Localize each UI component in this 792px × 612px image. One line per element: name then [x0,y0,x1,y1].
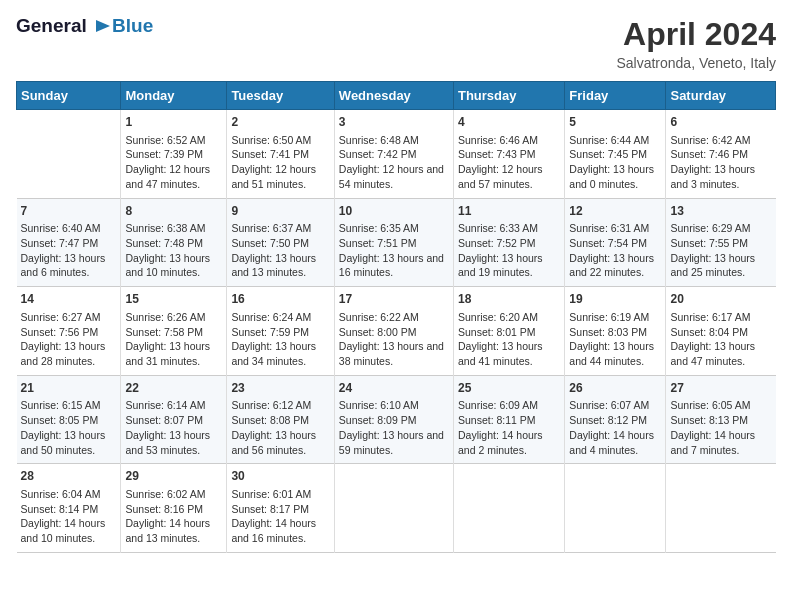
sunset-text: Sunset: 8:12 PM [569,414,647,426]
sunset-text: Sunset: 7:47 PM [21,237,99,249]
header: General Blue April 2024 Salvatronda, Ven… [16,16,776,71]
day-cell: 9Sunrise: 6:37 AMSunset: 7:50 PMDaylight… [227,198,334,287]
day-number: 8 [125,203,222,220]
daylight-text: Daylight: 12 hours and 54 minutes. [339,163,444,190]
day-cell: 12Sunrise: 6:31 AMSunset: 7:54 PMDayligh… [565,198,666,287]
page-container: General Blue April 2024 Salvatronda, Ven… [0,0,792,561]
daylight-text: Daylight: 13 hours and 13 minutes. [231,252,316,279]
daylight-text: Daylight: 13 hours and 34 minutes. [231,340,316,367]
calendar-header-row: SundayMondayTuesdayWednesdayThursdayFrid… [17,82,776,110]
sunset-text: Sunset: 7:45 PM [569,148,647,160]
day-cell [334,464,453,553]
sunrise-text: Sunrise: 6:07 AM [569,399,649,411]
sunset-text: Sunset: 7:48 PM [125,237,203,249]
sunrise-text: Sunrise: 6:01 AM [231,488,311,500]
sunrise-text: Sunrise: 6:20 AM [458,311,538,323]
day-number: 17 [339,291,449,308]
daylight-text: Daylight: 13 hours and 28 minutes. [21,340,106,367]
day-cell: 28Sunrise: 6:04 AMSunset: 8:14 PMDayligh… [17,464,121,553]
day-cell [17,110,121,199]
sunrise-text: Sunrise: 6:02 AM [125,488,205,500]
sunset-text: Sunset: 7:52 PM [458,237,536,249]
sunrise-text: Sunrise: 6:46 AM [458,134,538,146]
daylight-text: Daylight: 13 hours and 10 minutes. [125,252,210,279]
day-cell: 5Sunrise: 6:44 AMSunset: 7:45 PMDaylight… [565,110,666,199]
day-number: 5 [569,114,661,131]
day-cell: 29Sunrise: 6:02 AMSunset: 8:16 PMDayligh… [121,464,227,553]
daylight-text: Daylight: 13 hours and 56 minutes. [231,429,316,456]
sunset-text: Sunset: 7:54 PM [569,237,647,249]
col-header-wednesday: Wednesday [334,82,453,110]
day-cell: 21Sunrise: 6:15 AMSunset: 8:05 PMDayligh… [17,375,121,464]
day-cell: 19Sunrise: 6:19 AMSunset: 8:03 PMDayligh… [565,287,666,376]
day-number: 11 [458,203,560,220]
day-number: 15 [125,291,222,308]
day-cell: 10Sunrise: 6:35 AMSunset: 7:51 PMDayligh… [334,198,453,287]
sunrise-text: Sunrise: 6:05 AM [670,399,750,411]
day-cell: 26Sunrise: 6:07 AMSunset: 8:12 PMDayligh… [565,375,666,464]
sunset-text: Sunset: 8:14 PM [21,503,99,515]
day-cell: 22Sunrise: 6:14 AMSunset: 8:07 PMDayligh… [121,375,227,464]
sunrise-text: Sunrise: 6:37 AM [231,222,311,234]
daylight-text: Daylight: 13 hours and 6 minutes. [21,252,106,279]
sunset-text: Sunset: 8:09 PM [339,414,417,426]
day-number: 2 [231,114,329,131]
day-number: 7 [21,203,117,220]
sunrise-text: Sunrise: 6:50 AM [231,134,311,146]
day-cell [666,464,776,553]
daylight-text: Daylight: 14 hours and 10 minutes. [21,517,106,544]
col-header-monday: Monday [121,82,227,110]
daylight-text: Daylight: 14 hours and 7 minutes. [670,429,755,456]
daylight-text: Daylight: 13 hours and 59 minutes. [339,429,444,456]
day-number: 23 [231,380,329,397]
sunset-text: Sunset: 8:17 PM [231,503,309,515]
sunset-text: Sunset: 8:05 PM [21,414,99,426]
day-cell: 3Sunrise: 6:48 AMSunset: 7:42 PMDaylight… [334,110,453,199]
sunset-text: Sunset: 8:00 PM [339,326,417,338]
week-row-1: 1Sunrise: 6:52 AMSunset: 7:39 PMDaylight… [17,110,776,199]
sunset-text: Sunset: 7:51 PM [339,237,417,249]
sunrise-text: Sunrise: 6:44 AM [569,134,649,146]
daylight-text: Daylight: 13 hours and 44 minutes. [569,340,654,367]
day-number: 12 [569,203,661,220]
day-cell: 25Sunrise: 6:09 AMSunset: 8:11 PMDayligh… [453,375,564,464]
sunrise-text: Sunrise: 6:27 AM [21,311,101,323]
sunrise-text: Sunrise: 6:26 AM [125,311,205,323]
sunset-text: Sunset: 7:42 PM [339,148,417,160]
day-cell: 4Sunrise: 6:46 AMSunset: 7:43 PMDaylight… [453,110,564,199]
sunrise-text: Sunrise: 6:19 AM [569,311,649,323]
day-number: 4 [458,114,560,131]
sunset-text: Sunset: 8:16 PM [125,503,203,515]
logo: General Blue [16,16,153,37]
daylight-text: Daylight: 14 hours and 4 minutes. [569,429,654,456]
sunrise-text: Sunrise: 6:52 AM [125,134,205,146]
col-header-tuesday: Tuesday [227,82,334,110]
day-cell: 6Sunrise: 6:42 AMSunset: 7:46 PMDaylight… [666,110,776,199]
day-cell: 14Sunrise: 6:27 AMSunset: 7:56 PMDayligh… [17,287,121,376]
logo-flag-icon [94,18,112,36]
day-cell [565,464,666,553]
daylight-text: Daylight: 13 hours and 38 minutes. [339,340,444,367]
daylight-text: Daylight: 12 hours and 47 minutes. [125,163,210,190]
main-title: April 2024 [616,16,776,53]
sunrise-text: Sunrise: 6:48 AM [339,134,419,146]
daylight-text: Daylight: 12 hours and 51 minutes. [231,163,316,190]
sunset-text: Sunset: 8:08 PM [231,414,309,426]
day-number: 10 [339,203,449,220]
daylight-text: Daylight: 13 hours and 53 minutes. [125,429,210,456]
daylight-text: Daylight: 14 hours and 13 minutes. [125,517,210,544]
day-cell: 23Sunrise: 6:12 AMSunset: 8:08 PMDayligh… [227,375,334,464]
week-row-2: 7Sunrise: 6:40 AMSunset: 7:47 PMDaylight… [17,198,776,287]
day-number: 20 [670,291,771,308]
sunrise-text: Sunrise: 6:29 AM [670,222,750,234]
day-number: 9 [231,203,329,220]
sunset-text: Sunset: 7:50 PM [231,237,309,249]
day-cell: 15Sunrise: 6:26 AMSunset: 7:58 PMDayligh… [121,287,227,376]
day-number: 25 [458,380,560,397]
daylight-text: Daylight: 14 hours and 16 minutes. [231,517,316,544]
sunrise-text: Sunrise: 6:33 AM [458,222,538,234]
day-cell: 2Sunrise: 6:50 AMSunset: 7:41 PMDaylight… [227,110,334,199]
sunrise-text: Sunrise: 6:40 AM [21,222,101,234]
week-row-5: 28Sunrise: 6:04 AMSunset: 8:14 PMDayligh… [17,464,776,553]
daylight-text: Daylight: 13 hours and 22 minutes. [569,252,654,279]
